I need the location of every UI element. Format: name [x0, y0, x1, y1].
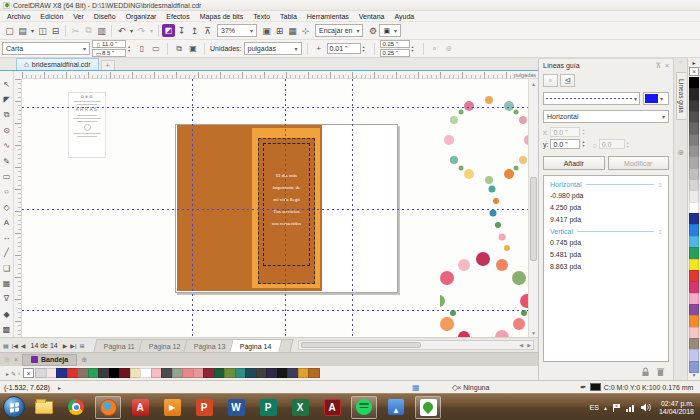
portrait-orientation-icon[interactable]: ▯ — [136, 43, 148, 55]
print-icon[interactable]: ⊟ — [49, 24, 62, 37]
fullscreen-preview-icon[interactable]: ▣ — [260, 24, 273, 37]
show-grid-icon[interactable]: ▦ — [286, 24, 299, 37]
palette-flyout-icon[interactable]: ▸ — [692, 59, 695, 67]
menu-item[interactable]: Diseño — [89, 13, 121, 20]
page-preset-select[interactable]: Carta ▾ — [2, 42, 90, 55]
nudge-spinner[interactable] — [363, 45, 369, 53]
interactive-fill-tool[interactable]: ◆ — [0, 306, 13, 321]
trash-icon[interactable] — [656, 367, 665, 377]
language-indicator[interactable]: ES — [590, 404, 599, 411]
coordinates-expand-icon[interactable]: ▸ — [58, 384, 61, 391]
docker-close-icon[interactable]: × — [665, 62, 669, 69]
drawing-canvas[interactable]: El día másimportante demi vida llegóTus … — [22, 79, 528, 337]
add-guideline-button[interactable]: Añadir — [543, 156, 605, 170]
fit-to-dropdown[interactable]: Encajar en ▾ — [315, 24, 363, 37]
taskbar-chrome[interactable] — [63, 396, 89, 419]
docker-tab-guidelines[interactable]: Líneas guía — [676, 72, 686, 120]
page-sorter-icon[interactable]: ▤ — [3, 342, 9, 349]
import-icon[interactable]: ↧ — [175, 24, 188, 37]
horizontal-guide-value[interactable]: 9.417 pda — [550, 214, 668, 226]
vertical-guide-value[interactable]: 8.863 pda — [550, 261, 668, 273]
new-tray-icon[interactable]: ⊕ — [81, 356, 87, 364]
selected-text-frame[interactable]: El día másimportante demi vida llegóTus … — [263, 143, 310, 266]
guide-color-select[interactable]: ▾ — [643, 92, 669, 105]
last-page-icon[interactable]: ▶| — [70, 342, 76, 349]
docker-pin-icon[interactable]: ⊼ — [656, 62, 661, 70]
scrollbar-thumb[interactable] — [530, 177, 537, 261]
paste-icon[interactable]: ▥ — [95, 24, 108, 37]
duplicate-x-field[interactable]: 0.25 " — [380, 40, 410, 48]
vertical-guide-value[interactable]: 5.481 pda — [550, 249, 668, 261]
cut-icon[interactable]: ✂ — [69, 24, 82, 37]
smart-fill-tool[interactable]: ▩ — [0, 322, 13, 337]
clock[interactable]: 02:47 p.m. 14/04/2018 — [659, 400, 694, 416]
window-layout-dropdown[interactable]: ▣ ▾ — [379, 24, 401, 37]
artistic-media-tool[interactable]: ✎ — [0, 153, 13, 168]
duplicate-spinner[interactable] — [412, 45, 418, 53]
previous-page-icon[interactable]: ◀ — [21, 342, 26, 349]
guide-orientation-select[interactable]: Horizontal ▾ — [543, 110, 669, 123]
pick-tool[interactable]: ↖ — [0, 77, 13, 92]
guide-angle-field[interactable]: 0.0 — [599, 139, 625, 149]
taskbar-excel[interactable]: X — [287, 396, 313, 419]
guideline-type-button[interactable]: ▫ — [543, 74, 558, 87]
taskbar-powerpoint[interactable]: P — [191, 396, 217, 419]
docker-grip[interactable]: ⁙ — [678, 61, 683, 66]
page-size-spinner[interactable] — [128, 45, 134, 53]
drop-shadow-tool[interactable]: ❏ — [0, 261, 13, 276]
volume-icon[interactable] — [641, 403, 651, 412]
dimension-tool[interactable]: ↔ — [0, 230, 13, 245]
snap-to-guidelines-button[interactable]: ⊴ — [560, 74, 575, 87]
menu-item[interactable]: Texto — [248, 13, 275, 20]
taskbar-photos[interactable]: ▲ — [383, 396, 409, 419]
all-pages-icon[interactable]: ⧉ — [173, 43, 185, 55]
taskbar-media-player[interactable]: ▶ — [159, 396, 185, 419]
modify-guideline-button[interactable]: Modificar — [608, 156, 670, 170]
menu-item[interactable]: Ver — [68, 13, 89, 20]
tray-expand-icon[interactable]: ▴ — [604, 404, 607, 411]
canvas-vertical-scrollbar[interactable]: ▲ ▼ — [528, 79, 538, 337]
vertical-guide[interactable] — [285, 79, 286, 337]
start-button[interactable] — [3, 396, 25, 418]
horizontal-ruler[interactable] — [22, 71, 516, 79]
no-color-swatch[interactable]: × — [689, 67, 699, 76]
zoom-level-combobox[interactable]: 37% ▾ — [217, 24, 257, 37]
vertical-ruler[interactable] — [14, 79, 22, 337]
transparency-tool[interactable]: ▦ — [0, 276, 13, 291]
taskbar-firefox[interactable] — [95, 396, 121, 419]
menu-item[interactable]: Tabla — [275, 13, 302, 20]
treat-as-filled-icon[interactable]: ▫ — [429, 43, 441, 55]
menu-item[interactable]: Ventana — [354, 13, 390, 20]
vertical-guide[interactable] — [352, 79, 353, 337]
export-icon[interactable]: ↥ — [188, 24, 201, 37]
lock-icon[interactable] — [641, 367, 650, 377]
connector-tool[interactable]: ╱ — [0, 245, 13, 260]
horizontal-guide-value[interactable]: -0.980 pda — [550, 190, 668, 202]
guide-x-field[interactable]: 0.0 " — [550, 127, 580, 137]
open-icon[interactable]: ▤ — [16, 24, 29, 37]
application-launcher-icon[interactable]: ⊼ — [201, 24, 214, 37]
taskbar-coreldraw[interactable] — [415, 396, 441, 419]
tray-close-icon[interactable]: × — [14, 356, 18, 363]
guide-y-field[interactable]: 0.0 " — [550, 139, 580, 149]
page-height-field[interactable]: ▭8.5 " — [92, 49, 126, 57]
rectangle-tool[interactable]: ▭ — [0, 169, 13, 184]
y-spinner[interactable] — [582, 140, 588, 148]
new-document-icon[interactable]: ▢ — [3, 24, 16, 37]
palette-scroll-left-icon[interactable]: ‹ — [18, 370, 20, 376]
palette-flyout-icon[interactable]: ▸ — [6, 370, 9, 377]
horizontal-guide[interactable] — [22, 209, 528, 210]
action-center-flag-icon[interactable] — [612, 403, 621, 413]
taskbar-word[interactable]: W — [223, 396, 249, 419]
scroll-left-icon[interactable]: ◀ — [517, 342, 525, 348]
sort-icon[interactable]: ≡ — [658, 229, 662, 235]
scroll-down-icon[interactable]: ▼ — [531, 328, 536, 337]
next-page-icon[interactable]: ▶ — [63, 342, 68, 349]
color-swatch[interactable] — [308, 368, 320, 378]
color-eyedropper-tool[interactable]: ∇ — [0, 291, 13, 306]
menu-item[interactable]: Organizar — [121, 13, 162, 20]
menu-item[interactable]: Herramientas — [302, 13, 354, 20]
page-tab-active[interactable]: Página 14 — [229, 339, 282, 352]
add-page-icon[interactable]: ⊞ — [80, 342, 85, 349]
crop-tool[interactable]: ⧉ — [0, 108, 13, 123]
